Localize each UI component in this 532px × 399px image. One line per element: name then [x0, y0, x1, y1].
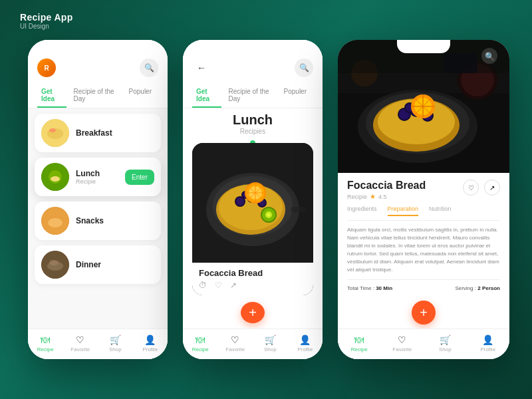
menu-item-lunch[interactable]: Lunch Recipie Enter — [35, 158, 161, 196]
favorite-icon-3: ♡ — [398, 334, 406, 345]
shop-icon-3: 🛒 — [440, 334, 451, 345]
profile-icon-2: 👤 — [299, 334, 311, 345]
tab-preparation[interactable]: Preparation — [388, 205, 419, 216]
phone-2-inner: ← 🔍 Get Idea Recipie of the Day Populer … — [183, 40, 323, 359]
app-subtitle: UI Design — [20, 23, 73, 30]
app-header: Recipe App UI Design — [20, 12, 73, 30]
tab-popular[interactable]: Populer — [125, 85, 156, 108]
recipe-meta: Total Time : 30 Min Serving : 2 Person — [347, 279, 500, 291]
tab-recipe-of-day-2[interactable]: Recipie of the Day — [224, 85, 277, 108]
svg-point-14 — [49, 260, 59, 265]
profile-icon-3: 👤 — [482, 334, 493, 345]
tab-ingredients[interactable]: Ingredients — [347, 205, 377, 216]
breakfast-image — [41, 119, 69, 147]
app-title: Recipe App — [20, 12, 73, 23]
bottom-nav-favorite-3[interactable]: ♡ Favorite — [389, 334, 416, 352]
tab-nutrition[interactable]: Nutrition — [429, 205, 452, 216]
recipe-icon-3: 🍽 — [354, 334, 364, 345]
lunch-sublabel: Recipie — [76, 178, 125, 185]
phone-3: 🔍 Focaccia Bread Recipie ★ 4.5 ♡ ↗ — [338, 40, 509, 359]
snacks-image — [41, 207, 69, 235]
recipe-icon: 🍽 — [41, 334, 50, 345]
fab-button[interactable]: + — [241, 302, 265, 323]
svg-rect-39 — [291, 207, 307, 212]
bottom-nav-favorite-2[interactable]: ♡ Favorite — [222, 334, 249, 352]
menu-item-dinner[interactable]: Dinner — [35, 245, 161, 284]
search-button-2[interactable]: 🔍 — [295, 59, 313, 77]
star-icon: ★ — [370, 193, 376, 200]
bottom-nav-recipe[interactable]: 🍽 Recipe — [32, 334, 59, 352]
menu-list: Breakfast Lunch Recipie Enter — [28, 108, 168, 329]
breakfast-label: Breakfast — [76, 128, 154, 138]
phone-1-topbar: R 🔍 — [28, 40, 168, 82]
breakfast-text: Breakfast — [76, 128, 154, 138]
phone-2-topbar: ← 🔍 — [183, 40, 323, 82]
heart-action-button[interactable]: ♡ — [463, 180, 479, 196]
svg-point-2 — [49, 128, 56, 132]
recipe-description: Aliquam ligula orci, mollis vestibulum s… — [347, 226, 500, 274]
recipe-rating: 4.5 — [378, 194, 387, 200]
bottom-nav-profile-2[interactable]: 👤 Profile — [292, 334, 319, 352]
recipe-name: Focaccia Bread — [199, 268, 307, 278]
nav-tabs: Get Idea Recipie of the Day Populer — [28, 82, 168, 108]
profile-icon: 👤 — [144, 334, 156, 345]
bottom-nav-profile-3[interactable]: 👤 Profile — [475, 334, 501, 352]
bottom-nav-3: 🍽 Recipe ♡ Favorite 🛒 Shop 👤 Profile — [338, 329, 509, 359]
phone-3-inner: 🔍 Focaccia Bread Recipie ★ 4.5 ♡ ↗ — [338, 40, 509, 359]
bottom-nav-1: 🍽 Recipe ♡ Favorite 🛒 Shop 👤 Profile — [28, 329, 168, 359]
bottom-nav-favorite[interactable]: ♡ Favorite — [67, 334, 94, 352]
recipe-card[interactable]: Focaccia Bread ⏱ ♡ ↗ — [192, 143, 313, 295]
search-button[interactable]: 🔍 — [140, 59, 158, 77]
svg-point-9 — [48, 218, 63, 227]
dinner-image — [41, 251, 69, 279]
menu-item-snacks[interactable]: Snacks — [35, 201, 161, 240]
lunch-section-header: Lunch Recipies — [183, 108, 323, 138]
dinner-label: Dinner — [76, 260, 154, 269]
bottom-nav-shop-3[interactable]: 🛒 Shop — [432, 334, 458, 352]
recipe-detail-tabs: Ingredients Preparation Nutrition — [347, 205, 500, 221]
bottom-nav-shop-2[interactable]: 🛒 Shop — [257, 334, 283, 352]
tab-get-idea-2[interactable]: Get Idea — [192, 85, 221, 108]
recipe-title-row: Focaccia Bread Recipie ★ 4.5 ♡ ↗ — [347, 180, 500, 200]
share-action-button[interactable]: ↗ — [484, 180, 500, 196]
enter-button[interactable]: Enter — [125, 170, 154, 185]
lunch-text: Lunch Recipie — [76, 169, 125, 185]
fab-button-3[interactable]: + — [412, 301, 436, 325]
serving: Serving : 2 Person — [455, 285, 500, 291]
favorite-icon-2: ♡ — [231, 334, 239, 345]
phone-2: ← 🔍 Get Idea Recipie of the Day Populer … — [183, 40, 323, 359]
bottom-nav-recipe-2[interactable]: 🍽 Recipe — [187, 334, 213, 352]
avatar: R — [37, 59, 56, 77]
lunch-page-title: Lunch — [183, 112, 323, 128]
nav-tabs-2: Get Idea Recipie of the Day Populer — [183, 82, 323, 108]
bottom-nav-recipe-3[interactable]: 🍽 Recipe — [346, 334, 372, 352]
menu-item-breakfast[interactable]: Breakfast — [35, 114, 161, 152]
dinner-text: Dinner — [76, 260, 154, 269]
recipe-card-actions: ⏱ ♡ ↗ — [199, 281, 307, 290]
recipe-detail-image: 🔍 — [338, 40, 509, 173]
shop-icon-2: 🛒 — [265, 334, 276, 345]
snacks-text: Snacks — [76, 216, 154, 225]
lunch-page-subtitle: Recipies — [183, 128, 323, 135]
back-button[interactable]: ← — [192, 59, 211, 77]
share-icon[interactable]: ↗ — [230, 281, 237, 290]
svg-text:🔍: 🔍 — [485, 51, 495, 61]
tab-popular-2[interactable]: Populer — [280, 85, 311, 108]
recipe-card-area: Focaccia Bread ⏱ ♡ ↗ + — [183, 138, 323, 329]
shop-icon: 🛒 — [110, 334, 121, 345]
svg-point-38 — [267, 213, 270, 216]
recipe-card-footer: Focaccia Bread ⏱ ♡ ↗ — [192, 263, 313, 295]
tab-get-idea[interactable]: Get Idea — [37, 85, 66, 108]
tab-recipe-of-day[interactable]: Recipie of the Day — [69, 85, 122, 108]
heart-icon[interactable]: ♡ — [215, 281, 222, 290]
recipe-title-block: Focaccia Bread Recipie ★ 4.5 — [347, 180, 426, 200]
lunch-image — [41, 163, 69, 191]
recipe-icon-2: 🍽 — [196, 334, 205, 345]
bottom-nav-shop[interactable]: 🛒 Shop — [102, 334, 128, 352]
bottom-nav-2: 🍽 Recipe ♡ Favorite 🛒 Shop 👤 Profile — [183, 329, 323, 359]
svg-point-21 — [236, 198, 244, 205]
favorite-icon: ♡ — [76, 334, 84, 345]
svg-point-6 — [51, 176, 60, 182]
bottom-nav-profile[interactable]: 👤 Profile — [137, 334, 164, 352]
recipe-detail-name: Focaccia Bread — [347, 180, 426, 192]
